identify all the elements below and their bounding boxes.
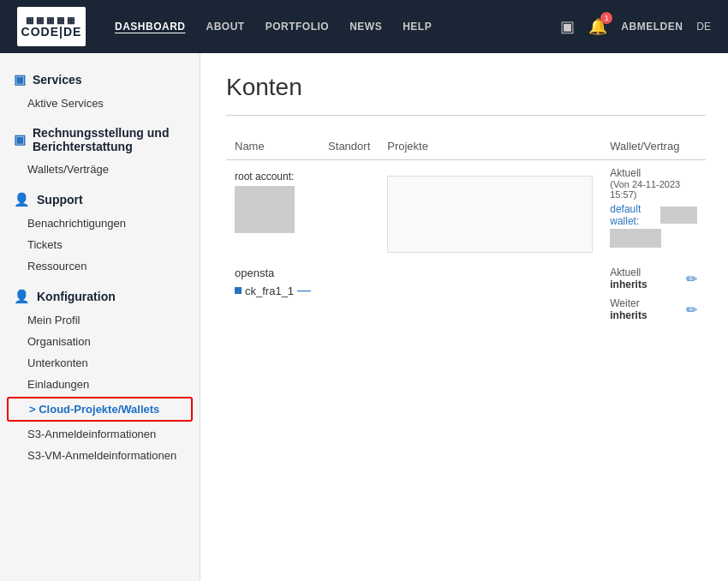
sidebar-section-konfiguration-label: Konfiguration: [37, 290, 116, 303]
opensta-wallet-cell: Aktuell inherits ✏ Weiter inherits ✏: [601, 260, 706, 328]
sub-weiter-label: Weiter: [610, 297, 647, 309]
root-wallet-cell: Aktuell (Von 24-11-2023 15:57) default w…: [601, 160, 706, 261]
sub-account-row: ck_fra1_1 —: [235, 283, 311, 298]
col-projekte: Projekte: [379, 133, 601, 160]
rechnungsstellung-icon: ▣: [14, 132, 26, 147]
sub-wallet-aktuell-row: Aktuell inherits ✏: [610, 267, 697, 290]
root-default-wallet-label: default wallet:: [610, 203, 655, 227]
sidebar-item-organisation[interactable]: Organisation: [0, 331, 200, 352]
sidebar-item-ressourcen[interactable]: Ressourcen: [0, 255, 200, 277]
col-wallet: Wallet/Vertrag: [601, 133, 706, 160]
sub-aktuell-label: Aktuell: [610, 267, 647, 279]
language-selector[interactable]: DE: [696, 21, 711, 33]
nav-right: ▣ 🔔 1 ABMELDEN DE: [560, 17, 711, 36]
sub-wallet-weiter-row: Weiter inherits ✏: [610, 297, 697, 321]
konfiguration-icon: 👤: [14, 289, 30, 304]
logo: ▦▦▦▦▦ CODE|DE: [17, 7, 86, 46]
support-icon: 👤: [14, 192, 30, 207]
root-account-image: [235, 186, 295, 233]
sidebar-item-tickets[interactable]: Tickets: [0, 234, 200, 255]
page-title: Konten: [226, 74, 706, 101]
opensta-projekte-cell: [379, 260, 601, 328]
sub-account-name: ck_fra1_1: [245, 285, 294, 297]
root-default-wallet-row: default wallet:: [610, 203, 697, 227]
sub-account-square: [235, 287, 242, 294]
sub-account-dash[interactable]: —: [297, 283, 311, 298]
nav-news[interactable]: NEWS: [349, 21, 382, 33]
sidebar-item-aktive-services[interactable]: Aktive Services: [0, 93, 200, 114]
sidebar: ▣ Services Aktive Services ▣ Rechnungsst…: [0, 53, 200, 581]
sidebar-item-cloud-projekte[interactable]: > Cloud-Projekte/Wallets: [7, 397, 193, 422]
sidebar-item-einladungen[interactable]: Einladungen: [0, 374, 200, 395]
main-content: Konten Name Standort Projekte Wallet/Ver…: [200, 53, 728, 581]
sidebar-section-rechnungsstellung-label: Rechnungsstellung und Berichterstattung: [33, 126, 186, 153]
sub-inherits1: inherits: [610, 279, 647, 290]
root-standort-cell: [319, 160, 379, 261]
sidebar-section-support[interactable]: 👤 Support: [0, 180, 200, 213]
sidebar-item-wallets-vertraege[interactable]: Wallets/Verträge: [0, 159, 200, 180]
divider: [226, 115, 706, 116]
opensta-name-cell: opensta ck_fra1_1 —: [226, 260, 319, 328]
root-account-label: root account:: [235, 165, 311, 186]
opensta-standort-cell: [319, 260, 379, 328]
col-name: Name: [226, 133, 319, 160]
sidebar-item-s3-vm-anmelde[interactable]: S3-VM-Anmeldeinformationen: [0, 445, 200, 466]
chat-icon[interactable]: ▣: [560, 17, 575, 36]
table-row-root: root account: Aktuell (Von 24-11-2023 15…: [226, 160, 706, 261]
sidebar-item-mein-profil[interactable]: Mein Profil: [0, 309, 200, 331]
nav-links: DASHBOARD ABOUT PORTFOLIO NEWS HELP: [115, 21, 540, 33]
sub-inherits2: inherits: [610, 309, 647, 321]
sidebar-section-rechnungsstellung[interactable]: ▣ Rechnungsstellung und Berichterstattun…: [0, 114, 200, 159]
opensta-name: opensta: [235, 267, 311, 279]
root-wallet-gray-box: [660, 207, 697, 224]
sidebar-item-unterkonten[interactable]: Unterkonten: [0, 352, 200, 374]
sidebar-item-s3-anmelde[interactable]: S3-Anmeldeinformationen: [0, 423, 200, 445]
nav-dashboard[interactable]: DASHBOARD: [115, 21, 186, 33]
services-icon: ▣: [14, 72, 26, 87]
table-row-opensta: opensta ck_fra1_1 — Aktuell: [226, 260, 706, 328]
bell-icon[interactable]: 🔔 1: [588, 17, 607, 36]
sidebar-section-services[interactable]: ▣ Services: [0, 63, 200, 93]
col-standort: Standort: [319, 133, 379, 160]
nav-help[interactable]: HELP: [403, 21, 432, 33]
notification-badge: 1: [600, 12, 612, 24]
sidebar-section-services-label: Services: [33, 73, 82, 87]
sidebar-section-support-label: Support: [37, 193, 83, 207]
nav-portfolio[interactable]: PORTFOLIO: [266, 21, 330, 33]
sidebar-item-benachrichtigungen[interactable]: Benachrichtigungen: [0, 213, 200, 234]
sidebar-section-konfiguration[interactable]: 👤 Konfiguration: [0, 277, 200, 309]
top-nav: ▦▦▦▦▦ CODE|DE DASHBOARD ABOUT PORTFOLIO …: [0, 0, 728, 53]
root-aktuell-label: Aktuell: [610, 167, 697, 179]
root-wallet-gray-bar: [610, 229, 661, 248]
nav-about[interactable]: ABOUT: [206, 21, 245, 33]
konten-table: Name Standort Projekte Wallet/Vertrag ro…: [226, 133, 706, 328]
root-von-date: (Von 24-11-2023 15:57): [610, 179, 697, 200]
abmelden-button[interactable]: ABMELDEN: [621, 21, 683, 33]
sub-edit-icon-1[interactable]: ✏: [686, 271, 697, 287]
root-projekte-cell: [379, 160, 601, 261]
sub-edit-icon-2[interactable]: ✏: [686, 302, 697, 318]
